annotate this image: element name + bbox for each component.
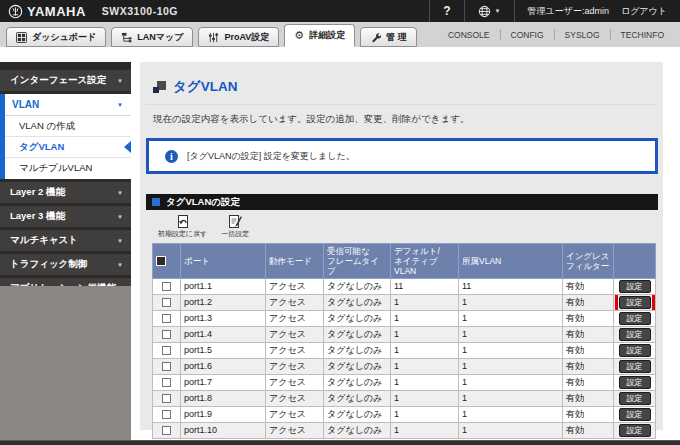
cell-member-vlan: 1 <box>459 359 563 375</box>
cell-mode: アクセス <box>266 311 324 327</box>
app-window: YAMAHA SWX3100-10G ? ▼ 管理ユーザー:admin ログアウ… <box>0 0 680 445</box>
cell-action: 設定 <box>614 407 656 423</box>
cell-port: port1.8 <box>181 391 266 407</box>
row-settings-button[interactable]: 設定 <box>619 424 651 437</box>
dashboard-icon <box>16 32 27 43</box>
row-settings-button[interactable]: 設定 <box>619 360 651 373</box>
chevron-down-icon: ▼ <box>117 238 123 244</box>
row-settings-button[interactable]: 設定 <box>619 376 651 389</box>
sidebar-section-label: インターフェース設定 <box>10 74 106 87</box>
cell-mode: アクセス <box>266 343 324 359</box>
cell-action: 設定 <box>614 391 656 407</box>
cell-member-vlan: 1 <box>459 295 563 311</box>
link-console[interactable]: CONSOLE <box>438 30 500 40</box>
globe-icon <box>478 5 491 18</box>
notice-text: [タグVLANの設定] 設定を変更しました。 <box>187 150 355 163</box>
row-settings-button[interactable]: 設定 <box>619 408 651 421</box>
tag-vlan-table: ポート動作モード受信可能な フレームタイプデフォルト/ ネイティブVLAN所属V… <box>152 243 656 439</box>
cell-select <box>153 295 181 311</box>
row-checkbox[interactable] <box>162 314 171 323</box>
cell-action: 設定 <box>614 343 656 359</box>
cell-action: 設定 <box>614 375 656 391</box>
sidebar-item-label: マルチプルVLAN <box>19 162 92 175</box>
sidebar-filler <box>0 286 131 440</box>
cell-select <box>153 391 181 407</box>
tab-management[interactable]: 管 理 <box>360 27 417 47</box>
batch-settings-button[interactable]: 一括設定 <box>221 215 249 239</box>
sidebar-section-traffic-control[interactable]: トラフィック制御 ▼ <box>0 254 131 275</box>
row-settings-button[interactable]: 設定 <box>619 280 651 293</box>
cell-port: port1.7 <box>181 375 266 391</box>
sidebar-item-vlan[interactable]: VLAN ▼ <box>5 94 131 116</box>
main-panel: タグVLAN 現在の設定内容を表示しています。設定の追加、変更、削除ができます。… <box>140 62 663 430</box>
column-header: 動作モード <box>266 244 324 279</box>
cell-select <box>153 359 181 375</box>
cell-select <box>153 423 181 439</box>
row-checkbox[interactable] <box>162 330 171 339</box>
cell-frame-type: タグなしのみ <box>324 375 391 391</box>
help-icon: ? <box>443 4 450 18</box>
tab-label: ダッシュボード <box>32 31 96 44</box>
cell-ingress-filter: 有効 <box>563 279 614 295</box>
tab-advanced-settings[interactable]: ⚙ 詳細設定 <box>284 24 355 47</box>
cell-default-native-vlan: 1 <box>391 343 459 359</box>
logout-button[interactable]: ログアウト <box>621 5 667 18</box>
language-selector[interactable]: ▼ <box>464 0 514 22</box>
cell-action: 設定 <box>614 279 656 295</box>
row-checkbox[interactable] <box>162 282 171 291</box>
sidebar-section-layer2[interactable]: Layer 2 機能 ▼ <box>0 182 131 203</box>
cell-select <box>153 279 181 295</box>
row-settings-button[interactable]: 設定 <box>619 296 651 309</box>
select-all-checkbox[interactable] <box>156 256 166 266</box>
table-row: port1.3アクセスタグなしのみ11有効設定 <box>153 311 656 327</box>
row-checkbox[interactable] <box>162 298 171 307</box>
table-row: port1.7アクセスタグなしのみ11有効設定 <box>153 375 656 391</box>
cell-frame-type: タグなしのみ <box>324 359 391 375</box>
cell-mode: アクセス <box>266 423 324 439</box>
sidebar-item-label: VLAN <box>12 99 39 110</box>
table-row: port1.5アクセスタグなしのみ11有効設定 <box>153 343 656 359</box>
cell-ingress-filter: 有効 <box>563 327 614 343</box>
link-syslog[interactable]: SYSLOG <box>555 30 610 40</box>
tab-dashboard[interactable]: ダッシュボード <box>6 27 106 47</box>
cell-ingress-filter: 有効 <box>563 423 614 439</box>
cell-port: port1.4 <box>181 327 266 343</box>
help-button[interactable]: ? <box>429 0 463 22</box>
sidebar-section-label: Layer 3 機能 <box>10 210 65 223</box>
cell-port: port1.10 <box>181 423 266 439</box>
cell-frame-type: タグなしのみ <box>324 295 391 311</box>
batch-settings-icon <box>228 215 242 228</box>
restore-defaults-button[interactable]: 初期設定に戻す <box>158 215 207 239</box>
sidebar-section-interface-settings[interactable]: インターフェース設定 ▼ <box>0 70 131 91</box>
cell-mode: アクセス <box>266 279 324 295</box>
cell-frame-type: タグなしのみ <box>324 391 391 407</box>
yamaha-logo: YAMAHA <box>0 4 86 19</box>
cell-frame-type: タグなしのみ <box>324 343 391 359</box>
row-checkbox[interactable] <box>162 426 171 435</box>
tab-proav[interactable]: ProAV設定 <box>198 27 279 47</box>
link-config[interactable]: CONFIG <box>501 30 554 40</box>
wrench-icon <box>370 32 381 43</box>
cell-select <box>153 375 181 391</box>
row-checkbox[interactable] <box>162 378 171 387</box>
row-checkbox[interactable] <box>162 346 171 355</box>
column-header: ポート <box>181 244 266 279</box>
sidebar-item-multiple-vlan[interactable]: マルチプルVLAN <box>5 158 131 179</box>
cell-ingress-filter: 有効 <box>563 295 614 311</box>
table-row: port1.10アクセスタグなしのみ11有効設定 <box>153 423 656 439</box>
tab-lanmap[interactable]: LANマップ <box>111 27 193 47</box>
row-settings-button[interactable]: 設定 <box>619 344 651 357</box>
sidebar-item-vlan-create[interactable]: VLAN の作成 <box>5 116 131 137</box>
cell-member-vlan: 11 <box>459 279 563 295</box>
sidebar-section-layer3[interactable]: Layer 3 機能 ▼ <box>0 206 131 227</box>
row-checkbox[interactable] <box>162 394 171 403</box>
cell-port: port1.1 <box>181 279 266 295</box>
row-checkbox[interactable] <box>162 362 171 371</box>
row-settings-button[interactable]: 設定 <box>619 328 651 341</box>
link-techinfo[interactable]: TECHINFO <box>611 30 674 40</box>
row-checkbox[interactable] <box>162 410 171 419</box>
row-settings-button[interactable]: 設定 <box>619 392 651 405</box>
row-settings-button[interactable]: 設定 <box>619 312 651 325</box>
sidebar-section-multicast[interactable]: マルチキャスト ▼ <box>0 230 131 251</box>
sidebar-item-tag-vlan[interactable]: タグVLAN <box>5 137 131 158</box>
